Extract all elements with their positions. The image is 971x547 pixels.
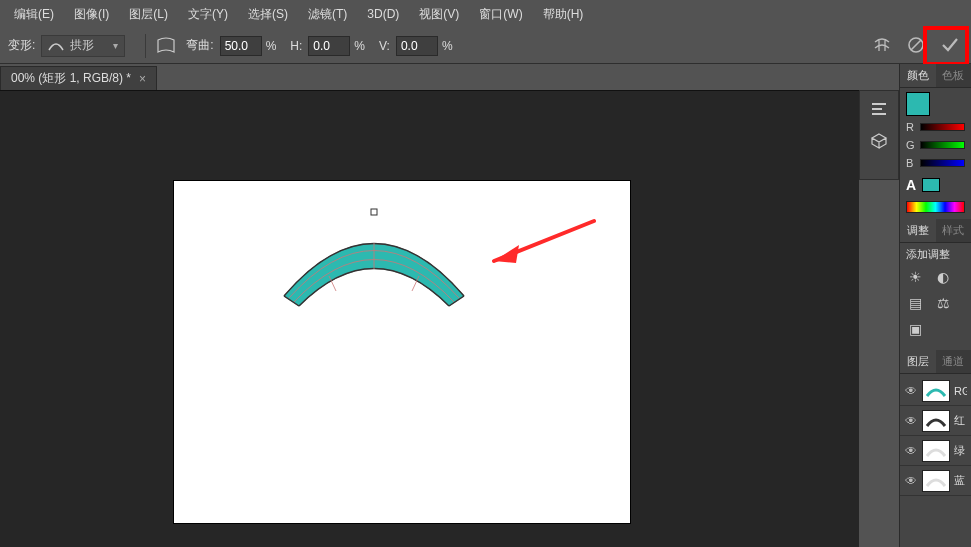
arch-icon — [48, 40, 64, 52]
menu-filter[interactable]: 滤镜(T) — [298, 2, 357, 27]
separator — [145, 34, 146, 58]
tab-adjustments[interactable]: 调整 — [900, 219, 936, 242]
h-label: H: — [290, 39, 302, 53]
tab-channels[interactable]: 通道 — [936, 350, 972, 373]
svg-line-1 — [911, 40, 921, 50]
workspace — [0, 90, 859, 547]
add-adjustment-label: 添加调整 — [906, 247, 965, 262]
menu-3d[interactable]: 3D(D) — [357, 3, 409, 25]
menu-edit[interactable]: 编辑(E) — [4, 2, 64, 27]
hue-strip[interactable] — [906, 201, 965, 213]
h-pct: % — [354, 39, 365, 53]
layer-thumb — [922, 470, 950, 492]
right-panels: 颜色 色板 R G B A 调整 样式 添加调整 ☀ ◐ ▤ ⚖ ▣ 图层 — [899, 64, 971, 547]
bend-input[interactable] — [220, 36, 262, 56]
collapsed-panel-strip — [859, 90, 899, 180]
chevron-down-icon: ▾ — [113, 40, 118, 51]
canvas-content — [174, 181, 630, 523]
options-right-group — [869, 32, 963, 58]
r-slider[interactable] — [920, 123, 965, 131]
layer-name: 绿 — [954, 443, 967, 458]
menu-help[interactable]: 帮助(H) — [533, 2, 594, 27]
commit-button[interactable] — [937, 32, 963, 58]
layer-thumb — [922, 440, 950, 462]
character-color-swatch[interactable] — [922, 178, 940, 192]
layer-thumb — [922, 380, 950, 402]
annotation-arrow-icon — [494, 221, 594, 263]
warp-label: 变形: — [8, 37, 35, 54]
cancel-button[interactable] — [903, 32, 929, 58]
layer-row[interactable]: 👁 蓝 — [900, 466, 971, 496]
layer-name: 蓝 — [954, 473, 967, 488]
svg-rect-8 — [872, 103, 886, 105]
layer-row[interactable]: 👁 RG — [900, 376, 971, 406]
v-input[interactable] — [396, 36, 438, 56]
menu-type[interactable]: 文字(Y) — [178, 2, 238, 27]
b-label: B — [906, 157, 916, 169]
menu-select[interactable]: 选择(S) — [238, 2, 298, 27]
menu-view[interactable]: 视图(V) — [409, 2, 469, 27]
canvas[interactable] — [174, 181, 630, 523]
cube3d-panel-icon[interactable] — [869, 131, 889, 151]
bend-pct: % — [266, 39, 277, 53]
document-tab-title: 00% (矩形 1, RGB/8) * — [11, 70, 131, 87]
svg-rect-7 — [371, 209, 377, 215]
warp-style-value: 拱形 — [70, 37, 94, 54]
b-slider[interactable] — [920, 159, 965, 167]
warp-grid-button[interactable] — [869, 32, 895, 58]
svg-rect-9 — [872, 108, 882, 110]
brightness-icon[interactable]: ☀ — [906, 268, 924, 286]
levels-icon[interactable]: ◐ — [934, 268, 952, 286]
photo-filter-icon[interactable]: ▣ — [906, 320, 924, 338]
menu-window[interactable]: 窗口(W) — [469, 2, 532, 27]
adjust-panel-tabs: 调整 样式 — [900, 219, 971, 243]
v-pct: % — [442, 39, 453, 53]
visibility-icon[interactable]: 👁 — [904, 414, 918, 428]
layers-panel-body: 👁 RG 👁 红 👁 绿 👁 蓝 — [900, 374, 971, 547]
layer-row[interactable]: 👁 红 — [900, 406, 971, 436]
layer-row[interactable]: 👁 绿 — [900, 436, 971, 466]
color-panel-tabs: 颜色 色板 — [900, 64, 971, 88]
menu-bar: 编辑(E) 图像(I) 图层(L) 文字(Y) 选择(S) 滤镜(T) 3D(D… — [0, 0, 971, 28]
character-color-icon: A — [906, 177, 916, 193]
visibility-icon[interactable]: 👁 — [904, 444, 918, 458]
options-bar: 变形: 拱形 ▾ 弯曲: % H: % V: % — [0, 28, 971, 64]
v-label: V: — [379, 39, 390, 53]
close-icon[interactable]: × — [139, 72, 146, 86]
document-tab[interactable]: 00% (矩形 1, RGB/8) * × — [0, 66, 157, 90]
layers-panel-tabs: 图层 通道 — [900, 350, 971, 374]
adjust-panel-body: 添加调整 ☀ ◐ ▤ ⚖ ▣ — [900, 243, 971, 350]
exposure-icon[interactable]: ▤ — [906, 294, 924, 312]
menu-layer[interactable]: 图层(L) — [119, 2, 178, 27]
visibility-icon[interactable]: 👁 — [904, 384, 918, 398]
bend-label: 弯曲: — [186, 37, 213, 54]
document-tab-strip: 00% (矩形 1, RGB/8) * × — [0, 64, 971, 90]
balance-icon[interactable]: ⚖ — [934, 294, 952, 312]
layer-thumb — [922, 410, 950, 432]
svg-rect-10 — [872, 113, 886, 115]
layer-name: 红 — [954, 413, 967, 428]
color-panel-body: R G B — [900, 88, 971, 173]
visibility-icon[interactable]: 👁 — [904, 474, 918, 488]
character-color-row: A — [900, 173, 971, 197]
tab-styles[interactable]: 样式 — [936, 219, 972, 242]
layer-name: RG — [954, 385, 967, 397]
menu-image[interactable]: 图像(I) — [64, 2, 119, 27]
tab-color[interactable]: 颜色 — [900, 64, 936, 87]
orientation-toggle-icon[interactable] — [156, 36, 176, 56]
paragraph-panel-icon[interactable] — [869, 99, 889, 119]
tab-layers[interactable]: 图层 — [900, 350, 936, 373]
warp-style-dropdown[interactable]: 拱形 ▾ — [41, 35, 125, 57]
foreground-swatch[interactable] — [906, 92, 930, 116]
h-input[interactable] — [308, 36, 350, 56]
g-label: G — [906, 139, 916, 151]
r-label: R — [906, 121, 916, 133]
g-slider[interactable] — [920, 141, 965, 149]
tab-swatches[interactable]: 色板 — [936, 64, 972, 87]
